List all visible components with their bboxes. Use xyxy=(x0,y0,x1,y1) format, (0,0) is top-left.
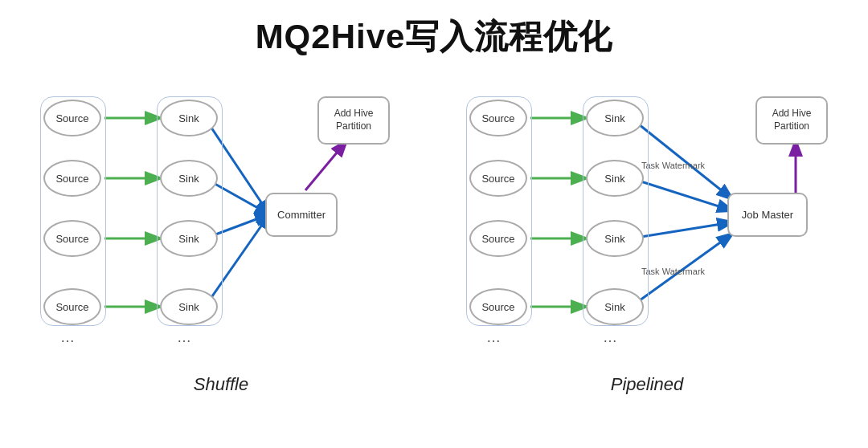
shuffle-source-4: Source xyxy=(43,288,101,325)
pipelined-source-2: Source xyxy=(469,160,527,197)
pipelined-sink-3: Sink xyxy=(586,220,644,257)
pipelined-source-3: Source xyxy=(469,220,527,257)
page-title: MQ2Hive写入流程优化 xyxy=(0,0,868,59)
pipelined-label: Pipelined xyxy=(611,374,684,395)
shuffle-diagram: Source Source Source Source Sink Sink Si… xyxy=(32,74,410,395)
pipelined-sink-4: Sink xyxy=(586,288,644,325)
shuffle-sink-dots: … xyxy=(177,329,191,346)
shuffle-source-dots: … xyxy=(60,329,75,346)
pipelined-job-master: Job Master xyxy=(727,193,808,237)
svg-text:Task Watermark: Task Watermark xyxy=(641,161,706,170)
shuffle-diagram-body: Source Source Source Source Sink Sink Si… xyxy=(32,74,410,363)
pipelined-source-dots: … xyxy=(486,329,501,346)
svg-text:Task Watermark: Task Watermark xyxy=(641,267,706,276)
shuffle-source-1: Source xyxy=(43,100,101,136)
shuffle-committer: Committer xyxy=(265,193,338,237)
shuffle-sink-4: Sink xyxy=(160,288,218,325)
shuffle-source-3: Source xyxy=(43,220,101,257)
shuffle-source-2: Source xyxy=(43,160,101,197)
shuffle-sink-2: Sink xyxy=(160,160,218,197)
pipelined-diagram-body: Task Watermark Task Watermark xyxy=(458,74,836,363)
shuffle-sink-3: Sink xyxy=(160,220,218,257)
pipelined-source-4: Source xyxy=(469,288,527,325)
shuffle-sink-1: Sink xyxy=(160,100,218,136)
svg-line-8 xyxy=(305,142,346,190)
pipelined-sink-1: Sink xyxy=(586,100,644,136)
pipelined-sink-dots: … xyxy=(603,329,617,346)
shuffle-add-hive-partition: Add HivePartition xyxy=(317,96,390,145)
pipelined-diagram: Task Watermark Task Watermark xyxy=(458,74,836,395)
pipelined-sink-2: Sink xyxy=(586,160,644,197)
shuffle-label: Shuffle xyxy=(194,374,249,395)
pipelined-add-hive-partition: Add HivePartition xyxy=(755,96,828,145)
pipelined-source-1: Source xyxy=(469,100,527,136)
